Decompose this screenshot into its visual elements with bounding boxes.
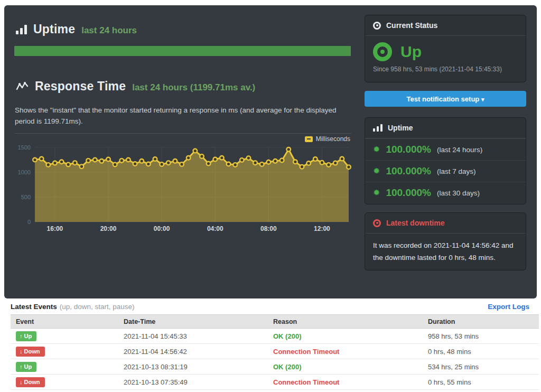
uptime-value: 100.000% bbox=[386, 165, 431, 177]
latest-downtime-text: It was recorded on 2021-11-04 14:56:42 a… bbox=[365, 234, 526, 269]
bar-chart-icon bbox=[373, 124, 383, 132]
uptime-summary-header: Uptime bbox=[365, 118, 526, 138]
current-status-header: Current Status bbox=[365, 15, 526, 36]
response-time-subtitle: last 24 hours (1199.71ms av.) bbox=[132, 80, 255, 93]
table-row: ↓ Down 2021-11-04 14:56:42 Connection Ti… bbox=[11, 344, 539, 359]
event-duration: 0 hrs, 55 mins bbox=[423, 375, 539, 390]
event-reason: OK (200) bbox=[273, 363, 301, 371]
event-duration: 0 hrs, 48 mins bbox=[423, 344, 539, 359]
export-logs-link[interactable]: Export Logs bbox=[488, 303, 529, 311]
latest-downtime-title: Latest downtime bbox=[386, 219, 444, 227]
response-time-heading: Response Time last 24 hours (1199.71ms a… bbox=[16, 79, 255, 94]
status-since-text: Since 958 hrs, 53 mins (2021-11-04 15:45… bbox=[373, 66, 518, 73]
event-datetime: 2021-10-13 08:31:19 bbox=[118, 359, 268, 375]
column-reason: Reason bbox=[268, 315, 423, 329]
table-row: ↓ Down 2021-10-13 07:35:49 Connection Ti… bbox=[11, 375, 539, 390]
svg-text:00:00: 00:00 bbox=[154, 225, 170, 232]
table-row: ↑ Up 2021-11-04 15:45:33 OK (200) 958 hr… bbox=[11, 329, 539, 344]
burst-icon: ✹ bbox=[373, 145, 380, 154]
down-badge: ↓ Down bbox=[16, 347, 45, 357]
uptime-period: (last 30 days) bbox=[437, 189, 480, 197]
burst-icon: ✹ bbox=[373, 167, 380, 175]
down-arrow-icon: ↓ bbox=[20, 379, 23, 385]
event-reason: Connection Timeout bbox=[273, 378, 339, 386]
event-reason: OK (200) bbox=[273, 332, 301, 340]
latest-events-section: Latest Events (up, down, start, pause) E… bbox=[0, 298, 541, 392]
event-duration: 534 hrs, 25 mins bbox=[423, 359, 539, 375]
svg-text:500: 500 bbox=[21, 194, 31, 200]
uptime-title: Uptime bbox=[33, 22, 75, 36]
up-status-icon bbox=[373, 42, 392, 61]
events-table-header-row: Event Date-Time Reason Duration bbox=[11, 315, 539, 329]
current-status-card: Current Status Up Since 958 hrs, 53 mins… bbox=[365, 15, 526, 82]
downtime-dot-icon bbox=[373, 219, 381, 227]
svg-text:16:00: 16:00 bbox=[47, 225, 63, 232]
uptime-progress-bar bbox=[14, 46, 351, 56]
table-row: ↑ Up 2021-10-13 08:31:19 OK (200) 534 hr… bbox=[11, 359, 539, 375]
chart-legend[interactable]: Milliseconds bbox=[305, 135, 350, 143]
caret-down-icon: ▾ bbox=[481, 96, 484, 102]
latest-events-subtitle: (up, down, start, pause) bbox=[60, 303, 135, 311]
uptime-row-7d: ✹ 100.000% (last 7 days) bbox=[365, 160, 526, 182]
event-datetime: 2021-11-04 14:56:42 bbox=[118, 344, 268, 359]
test-notification-label: Test notification setup bbox=[407, 95, 480, 103]
down-arrow-icon: ↓ bbox=[20, 348, 23, 354]
up-arrow-icon: ↑ bbox=[20, 363, 23, 370]
latest-events-title: Latest Events bbox=[11, 303, 57, 311]
svg-text:0: 0 bbox=[27, 219, 31, 225]
svg-text:1000: 1000 bbox=[18, 169, 31, 175]
uptime-period: (last 7 days) bbox=[437, 167, 476, 175]
svg-text:08:00: 08:00 bbox=[260, 225, 277, 232]
svg-text:1500: 1500 bbox=[18, 144, 31, 151]
uptime-summary-card: Uptime ✹ 100.000% (last 24 hours) ✹ 100.… bbox=[365, 117, 526, 204]
legend-swatch-icon bbox=[305, 136, 313, 142]
status-dot-icon bbox=[373, 22, 381, 30]
event-duration: 958 hrs, 53 mins bbox=[423, 329, 539, 344]
response-time-description: Shows the "instant" that the monitor sta… bbox=[15, 105, 355, 127]
bar-chart-icon bbox=[16, 25, 27, 34]
events-table: Event Date-Time Reason Duration ↑ Up 202… bbox=[11, 314, 539, 390]
uptime-heading: Uptime last 24 hours bbox=[16, 22, 137, 36]
burst-icon: ✹ bbox=[373, 189, 380, 197]
chart-canvas: 05001000150016:0020:0000:0004:0008:0012:… bbox=[15, 144, 351, 234]
column-duration: Duration bbox=[423, 315, 539, 329]
uptime-row-24h: ✹ 100.000% (last 24 hours) bbox=[365, 138, 526, 160]
column-datetime: Date-Time bbox=[118, 315, 268, 329]
event-datetime: 2021-10-13 07:35:49 bbox=[118, 375, 268, 390]
current-status-title: Current Status bbox=[386, 21, 437, 30]
test-notification-button[interactable]: Test notification setup ▾ bbox=[365, 91, 526, 107]
uptime-summary-title: Uptime bbox=[388, 124, 413, 132]
status-value: Up bbox=[400, 43, 422, 61]
uptime-row-30d: ✹ 100.000% (last 30 days) bbox=[365, 182, 526, 203]
down-badge: ↓ Down bbox=[16, 377, 45, 387]
svg-text:04:00: 04:00 bbox=[207, 225, 223, 232]
response-time-chart: Milliseconds 05001000150016:0020:0000:00… bbox=[15, 135, 351, 234]
event-datetime: 2021-11-04 15:45:33 bbox=[118, 329, 268, 344]
uptime-period: (last 24 hours) bbox=[437, 146, 482, 154]
legend-label: Milliseconds bbox=[316, 135, 350, 143]
column-event: Event bbox=[11, 315, 118, 329]
up-badge: ↑ Up bbox=[16, 362, 36, 372]
uptime-subtitle: last 24 hours bbox=[81, 23, 137, 36]
uptime-value: 100.000% bbox=[386, 144, 431, 155]
line-chart-icon bbox=[16, 81, 29, 92]
response-time-title: Response Time bbox=[35, 79, 126, 94]
latest-downtime-header: Latest downtime bbox=[365, 213, 526, 234]
status-page-panel: Uptime last 24 hours Response Time last … bbox=[4, 5, 537, 298]
svg-text:12:00: 12:00 bbox=[314, 225, 330, 232]
event-reason: Connection Timeout bbox=[273, 348, 339, 356]
up-arrow-icon: ↑ bbox=[20, 333, 23, 339]
svg-text:20:00: 20:00 bbox=[100, 225, 117, 232]
latest-downtime-card: Latest downtime It was recorded on 2021-… bbox=[365, 212, 526, 270]
divider bbox=[15, 133, 351, 134]
up-badge: ↑ Up bbox=[16, 331, 36, 341]
uptime-value: 100.000% bbox=[386, 187, 431, 199]
